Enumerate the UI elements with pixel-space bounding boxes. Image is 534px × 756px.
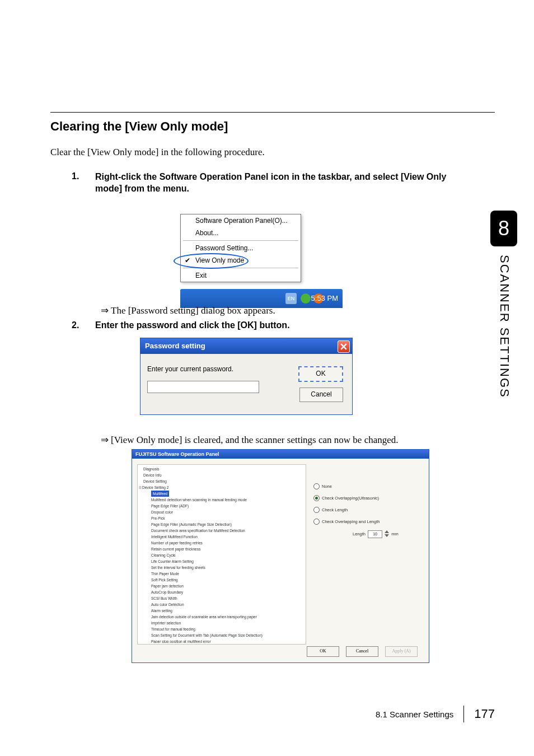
taskbar-clock: 5:53 PM <box>311 289 338 308</box>
menu-item-view-only-mode[interactable]: ✔ View Only mode <box>181 254 301 267</box>
sop-apply-button[interactable]: Apply (A) <box>385 646 418 657</box>
menu-item-sop[interactable]: Software Operation Panel(O)... <box>181 214 301 227</box>
ok-button[interactable]: OK <box>298 366 343 382</box>
menu-separator <box>183 240 298 241</box>
step-number-2: 2. <box>72 320 79 330</box>
footer-section: 8.1 Scanner Settings <box>376 710 453 719</box>
password-dialog: Password setting Enter your current pass… <box>140 338 353 415</box>
sop-button-row: OK Cancel Apply (A) <box>307 646 418 657</box>
result-1: ⇒The [Password setting] dialog box appea… <box>101 305 275 316</box>
length-label: Length <box>353 531 366 536</box>
password-label: Enter your current password. <box>147 365 233 373</box>
menu-item-exit[interactable]: Exit <box>181 269 301 282</box>
menu-item-about[interactable]: About... <box>181 227 301 239</box>
menu-separator <box>183 268 298 268</box>
radio-label: None <box>322 484 332 489</box>
checkmark-icon: ✔ <box>185 256 190 264</box>
chapter-title-vertical: SCANNER SETTINGS <box>497 255 512 398</box>
page: Clearing the [View Only mode] Clear the … <box>0 0 534 756</box>
radio-check-both[interactable]: Check Overlapping and Length <box>313 519 423 525</box>
intro-text: Clear the [View Only mode] in the follow… <box>50 147 265 158</box>
spinner-up-icon <box>385 530 389 533</box>
close-icon <box>340 343 347 350</box>
tray-icon-1[interactable] <box>301 293 311 304</box>
length-unit: mm <box>391 531 399 536</box>
page-footer: 8.1 Scanner Settings 177 <box>376 706 495 722</box>
arrow-icon: ⇒ <box>101 305 111 316</box>
length-row: Length 10 mm <box>313 530 423 538</box>
sop-ok-button[interactable]: OK <box>307 646 339 657</box>
dialog-title: Password setting <box>145 342 205 350</box>
radio-icon <box>313 495 320 501</box>
cancel-button[interactable]: Cancel <box>299 388 343 402</box>
footer-divider <box>463 706 464 722</box>
radio-label: Check Length <box>322 507 348 512</box>
close-button[interactable] <box>338 340 350 353</box>
menu-item-label: View Only mode <box>195 256 244 264</box>
language-indicator[interactable]: EN <box>285 293 297 304</box>
radio-icon <box>313 519 320 525</box>
sop-options: None Check Overlapping(Ultrasonic) Check… <box>313 483 423 538</box>
sop-cancel-button[interactable]: Cancel <box>346 646 378 657</box>
sop-titlebar: FUJITSU Software Operation Panel <box>132 450 429 459</box>
spinner-down-icon <box>385 534 389 537</box>
step-2-text: Enter the password and click the [OK] bu… <box>95 320 290 330</box>
sop-window: FUJITSU Software Operation Panel Diagnos… <box>132 449 429 663</box>
spinner-buttons[interactable] <box>385 530 390 538</box>
sop-tree-frame: DiagnosisDevice InfoDevice Setting⊟Devic… <box>137 464 306 645</box>
arrow-icon: ⇒ <box>101 434 111 446</box>
menu-item-password-setting[interactable]: Password Setting... <box>181 242 301 254</box>
radio-icon <box>313 483 320 489</box>
divider <box>50 112 495 113</box>
radio-check-overlapping[interactable]: Check Overlapping(Ultrasonic) <box>313 495 423 501</box>
radio-label: Check Overlapping and Length <box>322 519 380 524</box>
context-menu: Software Operation Panel(O)... About... … <box>180 214 301 282</box>
context-menu-figure: Software Operation Panel(O)... About... … <box>157 211 358 295</box>
radio-check-length[interactable]: Check Length <box>313 507 423 513</box>
dialog-titlebar: Password setting <box>140 338 352 354</box>
footer-page-number: 177 <box>474 707 495 721</box>
radio-icon <box>313 507 320 513</box>
step-1-text: Right-click the Software Operation Panel… <box>95 171 467 195</box>
password-input[interactable] <box>147 381 259 393</box>
step-number-1: 1. <box>72 171 79 181</box>
sop-tree[interactable]: DiagnosisDevice InfoDevice Setting⊟Devic… <box>139 466 305 643</box>
radio-none[interactable]: None <box>313 483 423 489</box>
result-2: ⇒[View Only mode] is cleared, and the sc… <box>101 434 399 446</box>
result-1-text: The [Password setting] dialog box appear… <box>111 305 275 316</box>
section-heading: Clearing the [View Only mode] <box>50 119 228 134</box>
chapter-tab: 8 <box>490 211 517 246</box>
radio-label: Check Overlapping(Ultrasonic) <box>322 496 379 501</box>
result-2-text: [View Only mode] is cleared, and the sca… <box>111 435 399 445</box>
length-spinner[interactable]: 10 <box>368 530 382 538</box>
